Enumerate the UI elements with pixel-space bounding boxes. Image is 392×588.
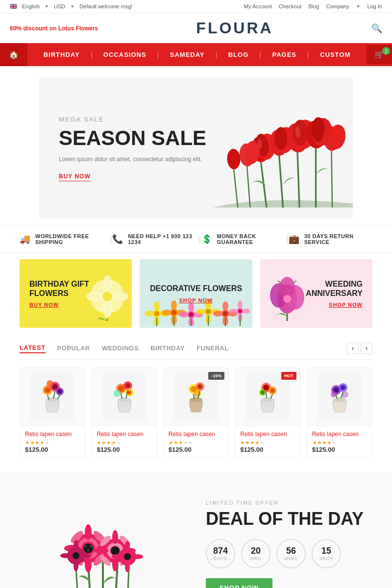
tab-funeral[interactable]: FUNERAL bbox=[196, 344, 229, 353]
blog-link[interactable]: Blog bbox=[308, 3, 319, 9]
product-name-1[interactable]: Retis lapen casen bbox=[25, 431, 80, 438]
svg-point-87 bbox=[46, 397, 59, 402]
svg-point-156 bbox=[85, 545, 87, 547]
feature-shipping: 🚚 WORLDWIDE FREE SHIPPING bbox=[20, 233, 110, 245]
my-account-link[interactable]: My Account bbox=[244, 3, 272, 9]
svg-point-119 bbox=[261, 397, 274, 402]
svg-point-72 bbox=[242, 309, 250, 314]
cat-decorative: DECORATIVE FLOWERS SHOP NOW bbox=[140, 259, 252, 328]
nav-home-button[interactable]: 🏠 bbox=[0, 43, 27, 66]
tab-birthday[interactable]: BIRTHDAY bbox=[150, 344, 185, 353]
phone-icon: 📞 bbox=[112, 234, 123, 245]
mins-number: 56 bbox=[286, 546, 296, 555]
nav-occasions[interactable]: OCCASIONS bbox=[93, 44, 157, 65]
deal-cta-button[interactable]: SHOP NOW bbox=[206, 578, 272, 588]
product-name-5[interactable]: Retis lapen casen bbox=[312, 431, 367, 438]
product-img-4: HOT bbox=[235, 368, 300, 427]
svg-point-47 bbox=[162, 310, 172, 316]
svg-point-158 bbox=[87, 549, 89, 551]
product-info-1: Retis lapen casen ★★★★★ $125.00 bbox=[20, 427, 85, 457]
hero-banner: MEGA SALE SEASON SALE Lorem ipsum dolor … bbox=[39, 77, 353, 219]
login-link[interactable]: Log In bbox=[367, 3, 382, 9]
currency-selector[interactable]: USD bbox=[54, 3, 65, 9]
hero-subtitle: Lorem ipsum dolor sit amet, consectetur … bbox=[59, 156, 333, 163]
svg-point-123 bbox=[270, 389, 274, 392]
tab-prev-button[interactable]: ‹ bbox=[347, 343, 359, 354]
svg-point-114 bbox=[197, 384, 202, 389]
svg-point-162 bbox=[112, 530, 118, 544]
product-name-2[interactable]: Retis lapen casen bbox=[97, 431, 151, 438]
cat-wedding: WEEDING ANNIVERSARY SHOP NOW bbox=[260, 259, 372, 328]
nav-birthday[interactable]: BIRTHDAY bbox=[33, 44, 91, 65]
svg-point-181 bbox=[132, 554, 143, 559]
product-badge-3: -15% bbox=[208, 372, 224, 380]
product-price-1: $125.00 bbox=[25, 446, 80, 453]
tab-weddings[interactable]: WEDDINGS bbox=[102, 344, 139, 353]
svg-point-106 bbox=[114, 390, 121, 397]
product-stars-4: ★★★★★ bbox=[240, 440, 295, 446]
product-info-5: Retis lapen casen ★★★★★ $125.00 bbox=[307, 427, 372, 457]
nav-blog[interactable]: BLOG bbox=[218, 44, 260, 65]
feature-phone: 📞 NEED HELP +1 800 123 1234 bbox=[112, 233, 198, 245]
svg-point-129 bbox=[333, 397, 346, 402]
svg-point-61 bbox=[206, 309, 211, 314]
nav-pages[interactable]: PAGES bbox=[261, 44, 307, 65]
product-name-4[interactable]: Retis lapen casen bbox=[240, 431, 295, 438]
svg-point-103 bbox=[125, 383, 130, 388]
promo-text: 60% discount on Lotus Flowers bbox=[10, 25, 98, 32]
svg-point-71 bbox=[229, 309, 238, 314]
tab-popular[interactable]: POPULAR bbox=[57, 344, 90, 353]
tab-latest[interactable]: LATEST bbox=[20, 344, 46, 353]
checkout-link[interactable]: Checkout bbox=[279, 3, 301, 9]
hours-number: 20 bbox=[251, 546, 261, 555]
company-link[interactable]: Company bbox=[326, 3, 349, 9]
hero-tag: MEGA SALE bbox=[59, 116, 333, 123]
svg-point-172 bbox=[74, 540, 78, 551]
cat-birthday-cta[interactable]: BUY NOW bbox=[29, 302, 122, 308]
deal-title: DEAL OF THE DAY bbox=[206, 509, 372, 529]
nav-bar: 🏠 BIRTHDAY | OCCASIONS | SAMEDAY | BLOG … bbox=[0, 43, 392, 66]
product-img-1 bbox=[20, 368, 85, 427]
product-card-1: Retis lapen casen ★★★★★ $125.00 bbox=[20, 368, 85, 458]
search-button[interactable]: 🔍 bbox=[371, 23, 382, 34]
countdown-secs: 15 SECS bbox=[312, 539, 341, 568]
cat-wedding-cta[interactable]: SHOP NOW bbox=[270, 302, 363, 308]
hero-title: SEASON SALE bbox=[59, 127, 333, 149]
svg-point-43 bbox=[154, 311, 159, 316]
svg-point-164 bbox=[95, 548, 108, 554]
svg-point-65 bbox=[213, 311, 223, 317]
product-info-3: Retis lapen casen ★★★★★ $125.00 bbox=[164, 427, 228, 457]
cart-button[interactable]: 🛒 2 bbox=[367, 45, 392, 64]
cart-badge: 2 bbox=[382, 47, 390, 55]
svg-point-110 bbox=[190, 397, 202, 402]
features-bar: 🚚 WORLDWIDE FREE SHIPPING | 📞 NEED HELP … bbox=[0, 225, 392, 253]
product-img-5 bbox=[307, 368, 372, 427]
svg-point-41 bbox=[145, 311, 154, 317]
product-card-4: HOT Retis lapen casen ★★★★★ bbox=[235, 368, 300, 458]
language-selector[interactable]: English bbox=[22, 3, 40, 9]
header: 60% discount on Lotus Flowers FLOURA 🔍 bbox=[0, 13, 392, 43]
cat-decorative-cta[interactable]: SHOP NOW bbox=[149, 297, 242, 303]
product-stars-2: ★★★★★ bbox=[97, 440, 151, 446]
top-bar: 🇬🇧 English ▼ USD ▼ Default welcome msg! … bbox=[0, 0, 392, 13]
nav-custom[interactable]: CUSTOM bbox=[309, 44, 361, 65]
product-price-3: $125.00 bbox=[169, 446, 223, 453]
hero-cta[interactable]: BUY NOW bbox=[59, 173, 91, 181]
tab-navigation: ‹ › bbox=[347, 343, 372, 354]
secs-label: SECS bbox=[319, 556, 334, 561]
tab-next-button[interactable]: › bbox=[361, 343, 372, 354]
product-info-4: Retis lapen casen ★★★★★ $125.00 bbox=[235, 427, 300, 457]
hours-label: HRS bbox=[250, 556, 261, 561]
return-icon: 💼 bbox=[289, 234, 299, 245]
svg-point-147 bbox=[85, 524, 92, 540]
product-stars-3: ★★★★★ bbox=[169, 440, 223, 446]
deal-section: LIMITED TIME OFFER DEAL OF THE DAY 874 D… bbox=[0, 472, 392, 588]
svg-point-59 bbox=[196, 309, 206, 315]
nav-sameday[interactable]: SAMEDAY bbox=[159, 44, 216, 65]
svg-point-163 bbox=[112, 558, 118, 571]
product-name-3[interactable]: Retis lapen casen bbox=[169, 431, 223, 438]
phone-text: NEED HELP +1 800 123 1234 bbox=[128, 233, 198, 245]
site-logo[interactable]: FLOURA bbox=[196, 19, 273, 37]
svg-point-170 bbox=[111, 546, 120, 555]
svg-point-178 bbox=[125, 541, 130, 552]
